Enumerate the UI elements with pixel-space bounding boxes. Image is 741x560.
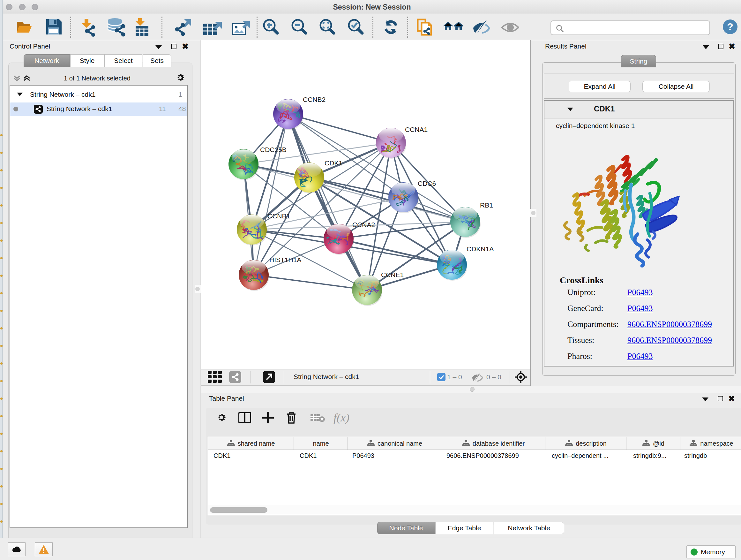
svg-text:HIST1H1A: HIST1H1A (269, 256, 301, 263)
svg-text:CCNE1: CCNE1 (381, 271, 404, 278)
svg-text:RB1: RB1 (480, 201, 493, 209)
svg-text:CCNB1: CCNB1 (267, 212, 290, 220)
svg-text:CCNB2: CCNB2 (303, 96, 326, 103)
svg-text:CDK1: CDK1 (325, 159, 342, 167)
svg-text:CDKN1A: CDKN1A (467, 245, 494, 253)
svg-text:CCNA2: CCNA2 (352, 221, 375, 228)
svg-text:CDC25B: CDC25B (260, 146, 286, 153)
svg-text:CDC6: CDC6 (418, 180, 436, 187)
svg-text:CCNA1: CCNA1 (405, 126, 428, 133)
